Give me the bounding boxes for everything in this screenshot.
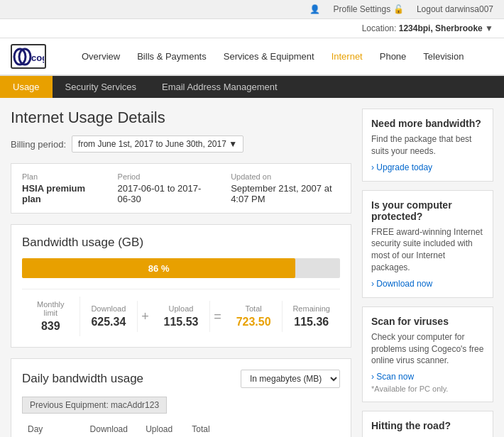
sidebar-card-3: Hitting the road? Stay connected with Co… bbox=[362, 411, 493, 437]
bandwidth-title: Bandwidth usage (GB) bbox=[22, 236, 340, 250]
col-total: Total bbox=[186, 421, 260, 437]
stat-upload: Upload 115.53 bbox=[153, 301, 211, 332]
sidebar-card-title: Hitting the road? bbox=[371, 420, 484, 431]
upload-value: 115.53 bbox=[160, 316, 203, 328]
progress-bar-container: 86 % bbox=[22, 258, 340, 278]
total-label: Total bbox=[232, 304, 275, 313]
sidebar-card-title: Scan for viruses bbox=[371, 316, 484, 327]
subnav-security[interactable]: Security Services bbox=[53, 76, 149, 98]
logout-link[interactable]: Logout darwinsa007 bbox=[417, 4, 493, 14]
upload-label: Upload bbox=[160, 304, 203, 313]
logout-icon: 🔓 bbox=[393, 4, 404, 14]
sidebar-card-link[interactable]: Upgrade today bbox=[371, 162, 432, 172]
progress-label: 86 % bbox=[148, 263, 170, 274]
plan-card: Plan HSIA premium plan Period 2017-06-01… bbox=[11, 163, 351, 214]
equipment-label: Previous Equipment: macAddr123 bbox=[22, 397, 167, 414]
billing-label: Billing period: bbox=[11, 139, 66, 150]
col-chart bbox=[260, 421, 340, 437]
nav-phone[interactable]: Phone bbox=[371, 48, 415, 65]
equals-operator: = bbox=[210, 309, 225, 324]
remaining-value: 115.36 bbox=[290, 316, 333, 328]
stat-download: Download 625.34 bbox=[80, 301, 138, 332]
usage-table: Day Download Upload Total 01 Thursday 17… bbox=[22, 421, 340, 437]
download-label: Download bbox=[87, 304, 131, 313]
subnav-usage[interactable]: Usage bbox=[0, 76, 53, 98]
profile-settings-link[interactable]: Profile Settings bbox=[334, 4, 391, 14]
stat-total: Total 723.50 bbox=[225, 301, 283, 332]
subnav-email[interactable]: Email Address Management bbox=[149, 76, 290, 98]
sidebar-card-0: Need more bandwidth? Find the package th… bbox=[362, 109, 493, 182]
billing-row: Billing period: from June 1st, 2017 to J… bbox=[11, 135, 351, 153]
main-content: Internet Usage Details Billing period: f… bbox=[11, 109, 351, 437]
sidebar-card-note: *Available for PC only. bbox=[371, 385, 484, 393]
main-nav: Overview Bills & Payments Services & Equ… bbox=[73, 48, 472, 65]
location-label: Location: bbox=[362, 23, 397, 33]
stat-remaining: Remaining 115.36 bbox=[283, 301, 340, 332]
location-dropdown-icon[interactable]: ▼ bbox=[485, 23, 493, 33]
sidebar-card-title: Need more bandwidth? bbox=[371, 118, 484, 129]
logo-icon: cogeco bbox=[11, 44, 46, 69]
logo: cogeco bbox=[11, 44, 52, 69]
download-value: 625.34 bbox=[87, 316, 131, 328]
sidebar-card-link[interactable]: Download now bbox=[371, 279, 432, 289]
period-label: Period bbox=[118, 172, 203, 181]
monthly-value: 839 bbox=[29, 320, 72, 333]
svg-text:cogeco: cogeco bbox=[31, 52, 44, 63]
bandwidth-section: Bandwidth usage (GB) 86 % Monthly limit … bbox=[11, 224, 351, 348]
daily-title: Daily bandwidth usage bbox=[22, 372, 143, 386]
content-wrapper: Internet Usage Details Billing period: f… bbox=[0, 98, 504, 437]
col-upload: Upload bbox=[140, 421, 186, 437]
nav-bills[interactable]: Bills & Payments bbox=[128, 48, 215, 65]
sidebar-card-1: Is your computer protected? FREE award-w… bbox=[362, 190, 493, 298]
col-download: Download bbox=[84, 421, 141, 437]
location-value: 1234bpi, Sherbrooke bbox=[399, 23, 483, 33]
main-header: cogeco Overview Bills & Payments Service… bbox=[0, 38, 504, 76]
nav-television[interactable]: Television bbox=[415, 48, 472, 65]
updated-value: September 21st, 2007 at 4:07 PM bbox=[231, 183, 332, 204]
plan-label: Plan bbox=[22, 172, 89, 181]
stat-monthly: Monthly limit 839 bbox=[22, 297, 80, 336]
sidebar-card-body: FREE award-winning Internet security sui… bbox=[371, 226, 484, 274]
plus-operator: + bbox=[138, 309, 153, 324]
sidebar-card-link[interactable]: Scan now bbox=[371, 372, 414, 382]
remaining-label: Remaining bbox=[290, 304, 333, 313]
sidebar-card-2: Scan for viruses Check your computer for… bbox=[362, 306, 493, 402]
sidebar-card-body: Find the package that best suits your ne… bbox=[371, 133, 484, 157]
nav-overview[interactable]: Overview bbox=[73, 48, 128, 65]
stats-row: Monthly limit 839 Download 625.34 + Uplo… bbox=[22, 289, 340, 336]
plan-value: HSIA premium plan bbox=[22, 183, 85, 204]
sidebar-card-title: Is your computer protected? bbox=[371, 199, 484, 222]
unit-dropdown[interactable]: In megabytes (MB) bbox=[241, 370, 340, 388]
daily-header: Daily bandwidth usage In megabytes (MB) bbox=[22, 370, 340, 388]
updated-label: Updated on bbox=[231, 172, 340, 181]
nav-services[interactable]: Services & Equipment bbox=[215, 48, 323, 65]
billing-dropdown[interactable]: from June 1st, 2017 to June 30th, 2017 ▼ bbox=[72, 135, 243, 153]
plan-item-period: Period 2017-06-01 to 2017-06-30 bbox=[118, 172, 203, 204]
nav-internet[interactable]: Internet bbox=[323, 48, 371, 65]
profile-icon: 👤 bbox=[309, 4, 320, 14]
plan-row: Plan HSIA premium plan Period 2017-06-01… bbox=[22, 172, 340, 204]
daily-section: Daily bandwidth usage In megabytes (MB) … bbox=[11, 358, 351, 437]
plan-item-name: Plan HSIA premium plan bbox=[22, 172, 89, 204]
col-day: Day bbox=[22, 421, 84, 437]
sidebar: Need more bandwidth? Find the package th… bbox=[362, 109, 493, 437]
location-bar: Location: 1234bpi, Sherbrooke ▼ bbox=[0, 19, 504, 38]
sidebar-card-body: Check your computer for problems using C… bbox=[371, 331, 484, 367]
top-bar: 👤 Profile Settings 🔓 Logout darwinsa007 bbox=[0, 0, 504, 19]
page-title: Internet Usage Details bbox=[11, 109, 351, 127]
progress-fill: 86 % bbox=[22, 258, 295, 278]
monthly-label: Monthly limit bbox=[29, 300, 72, 317]
total-value: 723.50 bbox=[232, 316, 275, 328]
period-value: 2017-06-01 to 2017-06-30 bbox=[118, 183, 202, 204]
sub-nav: Usage Security Services Email Address Ma… bbox=[0, 76, 504, 98]
plan-item-updated: Updated on September 21st, 2007 at 4:07 … bbox=[231, 172, 340, 204]
